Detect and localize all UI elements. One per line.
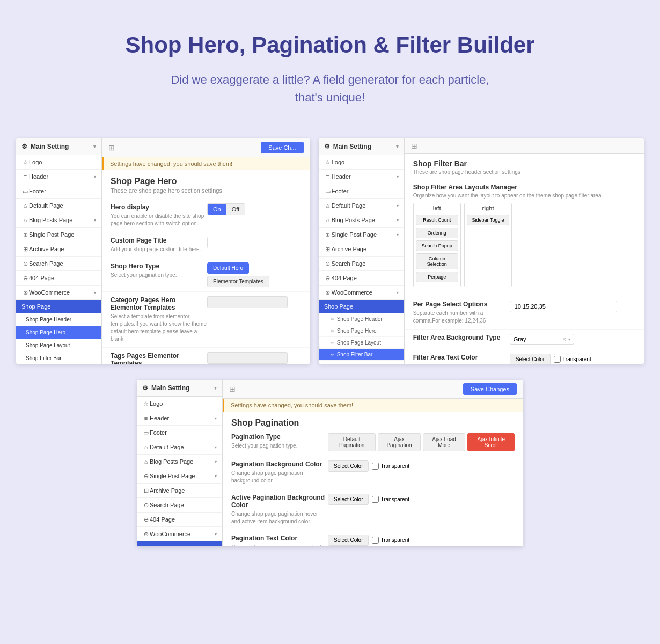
per-page-input[interactable] [510, 301, 617, 312]
hero-type-elementor[interactable]: Elementor Templates [207, 276, 269, 287]
s3-header[interactable]: ≡Header▾ [137, 411, 222, 426]
pagination-type-group: Default Pagination Ajax Pagination Ajax … [328, 433, 515, 451]
layout-search-popup[interactable]: Search Popup [416, 240, 458, 251]
save-button-3[interactable]: Save Changes [463, 383, 517, 395]
sidebar-item-archive[interactable]: ⊞Archive Page [16, 242, 101, 257]
field-hero-type: Shop Hero Type Select your pagination ty… [102, 258, 310, 292]
pagination-ajax[interactable]: Ajax Pagination [378, 433, 420, 451]
custom-title-input[interactable] [207, 237, 310, 248]
s3-woo[interactable]: ⊛WooCommerce▾ [137, 527, 222, 541]
sidebar-item-footer[interactable]: ▭Footer [16, 184, 101, 199]
filter-bar-title: Shop Filter Bar [405, 154, 644, 169]
main-content-panel3: ⊞ Save Changes Settings have changed, yo… [223, 380, 523, 546]
panel-shop-pagination: ⚙ Main Setting ▾ ☆Logo ≡Header▾ ▭Footer … [137, 380, 523, 546]
field-desc-category: Select a template from elementor templat… [111, 313, 207, 343]
active-pagination-transparent-label: Transparent [380, 496, 409, 502]
hero-type-default[interactable]: Default Hero [207, 262, 249, 274]
s2-archive[interactable]: ⊞Archive Page [319, 242, 404, 257]
filter-bg-label: Filter Area Background Type [413, 334, 510, 341]
layout-result-count[interactable]: Result Count [416, 215, 458, 225]
sidebar-header-1: ⚙ Main Setting ▾ [16, 138, 101, 155]
sidebar-item-header[interactable]: ≡Header▾ [16, 170, 101, 184]
field-desc-hero-type: Select your pagination type. [111, 272, 207, 279]
sidebar-item-search[interactable]: ⊙Search Page [16, 257, 101, 271]
sidebar-item-woo[interactable]: ⊛WooCommerce▾ [16, 286, 101, 300]
s2-blog[interactable]: ⌂Blog Posts Page▾ [319, 213, 404, 228]
s2-logo[interactable]: ☆Logo [319, 155, 404, 170]
sidebar-item-shop-filter[interactable]: Shop Filter Bar [16, 352, 101, 364]
s3-logo[interactable]: ☆Logo [137, 397, 222, 411]
pagination-type-label: Pagination Type [231, 433, 328, 441]
s2-sub-hero[interactable]: ✏Shop Page Hero [319, 325, 404, 337]
active-pagination-select-color[interactable]: Select Color [328, 494, 369, 505]
layout-col-left: left Result Count Ordering Search Popup … [413, 203, 461, 287]
pagination-type-desc: Select your pagination type. [231, 442, 328, 450]
layout-column-selection[interactable]: Column Selection [416, 253, 458, 269]
sidebar-item-shop-page[interactable]: Shop Page [16, 300, 101, 313]
filter-text-transparent-check[interactable] [554, 356, 561, 363]
layout-ordering[interactable]: Ordering [416, 228, 458, 238]
layout-right-title: right [467, 206, 509, 211]
pagination-text-transparent-check[interactable] [372, 537, 379, 544]
s2-default[interactable]: ⌂Default Page▾ [319, 199, 404, 213]
filter-text-select-color[interactable]: Select Color [510, 354, 551, 364]
s2-shop-page[interactable]: Shop Page [319, 300, 404, 313]
s3-404[interactable]: ⊖404 Page [137, 513, 222, 527]
sidebar-item-shop-layout[interactable]: Shop Page Layout [16, 339, 101, 352]
pagination-load-more[interactable]: Ajax Load More [423, 433, 466, 451]
filter-text-label: Filter Area Text Color [413, 354, 510, 361]
s2-sub-layout[interactable]: ✏Shop Page Layout [319, 337, 404, 349]
toggle-on-btn[interactable]: On [208, 204, 226, 215]
s2-header[interactable]: ≡Header▾ [319, 170, 404, 184]
layout-perpage[interactable]: Perpage [416, 272, 458, 282]
field-pagination-bg: Pagination Background Color Change shop … [223, 456, 523, 489]
section-title-1: Shop Page Hero [102, 170, 310, 187]
sidebar-item-shop-header[interactable]: Shop Page Header [16, 313, 101, 326]
pagination-text-select-color[interactable]: Select Color [328, 535, 369, 546]
filter-bg-chevron: ▾ [568, 337, 570, 342]
panel-shop-hero: ⚙ Main Setting ▾ ☆Logo ≡Header▾ ▭Footer … [16, 138, 310, 364]
toggle-hero-display[interactable]: On Off [207, 203, 245, 215]
s2-sub-filter[interactable]: ✏Shop Filter Bar [319, 349, 404, 361]
topbar-2: ⊞ [405, 138, 644, 154]
filter-area-manager: Shop Filter Area Layouts Manager Organiz… [405, 179, 644, 296]
sidebar-item-default-page[interactable]: ⌂Default Page [16, 199, 101, 213]
main-content-panel2: ⊞ Shop Filter Bar These are shop page he… [405, 138, 644, 364]
s2-woo[interactable]: ⊛WooCommerce▾ [319, 286, 404, 300]
field-desc-custom-title: Add your shop page custom title here. [111, 246, 207, 253]
s2-footer[interactable]: ▭Footer [319, 184, 404, 199]
s3-archive[interactable]: ⊞Archive Page [137, 484, 222, 498]
s2-sub-grid[interactable]: ✏Shop Grid Layout [319, 361, 404, 364]
filter-bg-select[interactable]: Gray × ▾ [510, 334, 574, 345]
pagination-bg-transparent-check[interactable] [372, 463, 379, 470]
s2-search[interactable]: ⊙Search Page [319, 257, 404, 271]
s3-single[interactable]: ⊕Single Post Page▾ [137, 469, 222, 484]
s3-blog[interactable]: ⌂Blog Posts Page▾ [137, 455, 222, 469]
s2-404[interactable]: ⊖404 Page [319, 271, 404, 286]
sidebar-item-shop-hero[interactable]: Shop Page Hero [16, 326, 101, 339]
grid-icon-3: ⊞ [229, 385, 236, 393]
s3-shop[interactable]: Shop Page [137, 541, 222, 546]
layout-sidebar-toggle[interactable]: Sidebar Toggle [467, 215, 509, 225]
field-custom-title: Custom Page Title Add your shop page cus… [102, 232, 310, 258]
pagination-default[interactable]: Default Pagination [328, 433, 376, 451]
section-desc-1: These are shop page hero section setting… [102, 187, 310, 199]
sidebar-item-404[interactable]: ⊖404 Page [16, 271, 101, 286]
s2-sub-header[interactable]: ✏Shop Page Header [319, 313, 404, 325]
s3-search[interactable]: ⊙Search Page [137, 498, 222, 513]
tags-select[interactable] [207, 352, 288, 364]
toggle-off-btn[interactable]: Off [226, 204, 245, 215]
category-select[interactable] [207, 296, 288, 308]
save-button-1[interactable]: Save Ch... [261, 142, 303, 153]
pagination-infinite-scroll[interactable]: Ajax Infinite Scroll [467, 433, 515, 451]
sidebar-item-logo[interactable]: ☆Logo [16, 155, 101, 170]
s2-single[interactable]: ⊕Single Post Page▾ [319, 228, 404, 242]
s3-default[interactable]: ⌂Default Page▾ [137, 440, 222, 455]
filter-bg-clear[interactable]: × [562, 336, 566, 342]
sidebar-item-blog[interactable]: ⌂Blog Posts Page▾ [16, 213, 101, 228]
active-pagination-transparent-check[interactable] [372, 496, 379, 503]
pagination-bg-select-color[interactable]: Select Color [328, 460, 369, 472]
sidebar-header-3: ⚙ Main Setting ▾ [137, 380, 222, 397]
s3-footer[interactable]: ▭Footer [137, 426, 222, 440]
sidebar-item-single[interactable]: ⊕Single Post Page [16, 228, 101, 242]
